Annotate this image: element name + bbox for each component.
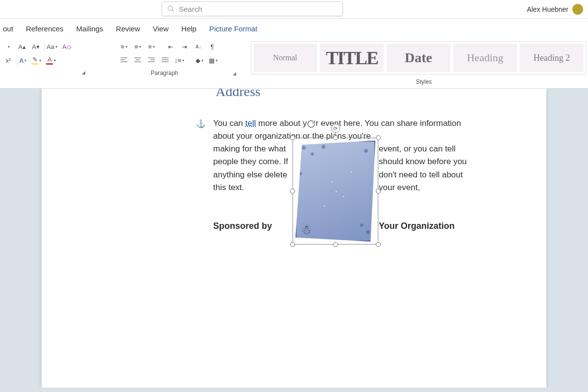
account-name[interactable]: Alex Huebner	[527, 4, 583, 15]
doc-heading-address[interactable]: Address	[216, 89, 261, 99]
ribbon: ▾ A▴ A▾ Aa▾ A◇ x² A▾ ✎▾ A▾ ◢ ≡▾ ≡▾ ≡▾	[0, 38, 588, 89]
show-pilcrow-button[interactable]: ¶	[207, 41, 218, 52]
tab-view[interactable]: View	[152, 22, 170, 36]
justify-button[interactable]	[160, 55, 171, 66]
anchor-icon: ⚓	[196, 119, 206, 128]
text-run: r event here. You can share	[316, 119, 417, 128]
text-run: more about y	[256, 119, 307, 128]
group-paragraph: ≡▾ ≡▾ ≡▾ ⇤ ⇥ A↓ ¶	[100, 41, 237, 78]
group-styles: Normal TITLE Date Heading Heading 2 ▴ ▾ …	[251, 41, 588, 87]
tab-review[interactable]: Review	[115, 22, 141, 36]
body-left-column[interactable]: making for the what people they come. If…	[213, 143, 289, 194]
resize-handle-w[interactable]	[290, 189, 295, 194]
page[interactable]: Address ⚓ You can tell more about yr eve…	[42, 89, 546, 388]
style-heading[interactable]: Heading	[453, 44, 517, 72]
font-dropdown-partial[interactable]: ▾	[3, 41, 14, 52]
align-center-icon	[134, 57, 141, 63]
paragraph-dialog-launcher[interactable]: ◢	[232, 71, 237, 76]
resize-handle-se[interactable]	[376, 242, 381, 247]
justify-icon	[162, 57, 169, 63]
bullets-button[interactable]: ≡▾	[119, 41, 129, 52]
numbering-button[interactable]: ≡▾	[132, 41, 143, 52]
document-canvas[interactable]: Address ⚓ You can tell more about yr eve…	[0, 89, 588, 388]
tab-picture-format[interactable]: Picture Format	[208, 22, 258, 36]
increase-indent-button[interactable]: ⇥	[179, 41, 190, 52]
style-normal[interactable]: Normal	[253, 44, 317, 72]
resize-handle-n[interactable]	[333, 135, 338, 140]
align-right-icon	[148, 57, 155, 63]
shading-button[interactable]: ◆▾	[194, 55, 205, 66]
change-case-button[interactable]: Aa▾	[44, 41, 58, 52]
style-date[interactable]: Date	[387, 44, 450, 72]
account-name-text: Alex Huebner	[527, 5, 568, 13]
snowman-icon: ☃	[300, 222, 312, 238]
title-bar: Search Alex Huebner	[0, 0, 588, 19]
resize-handle-e[interactable]	[376, 189, 381, 194]
resize-handle-s[interactable]	[333, 242, 338, 247]
shrink-font-button[interactable]: A▾	[30, 41, 41, 52]
align-left-button[interactable]	[119, 55, 129, 66]
text-run: You can	[213, 119, 245, 128]
resize-handle-ne[interactable]	[376, 135, 381, 140]
font-color-button[interactable]: A▾	[45, 55, 57, 66]
organization-label[interactable]: Your Organization	[379, 221, 455, 231]
tab-layout-partial[interactable]: out	[2, 22, 14, 36]
style-title[interactable]: TITLE	[320, 44, 384, 72]
style-heading2[interactable]: Heading 2	[520, 44, 584, 72]
body-right-column[interactable]: event, or you can tell should know befor…	[379, 143, 477, 194]
text-effects-button[interactable]: A▾	[17, 55, 27, 66]
svg-line-1	[172, 10, 174, 12]
rotate-cursor-icon	[307, 120, 316, 128]
svg-point-0	[168, 6, 172, 10]
sponsored-by-label[interactable]: Sponsored by	[213, 221, 272, 231]
decrease-indent-button[interactable]: ⇤	[166, 41, 176, 52]
clear-formatting-button[interactable]: A◇	[61, 41, 73, 52]
spellcheck-word[interactable]: tell	[245, 119, 256, 128]
winter-frame-image: ❄ ❄ ❄ ❄ ❄ ❄ ❄ ☃	[295, 141, 375, 242]
highlight-button[interactable]: ✎▾	[30, 55, 42, 66]
group-font: ▾ A▴ A▾ Aa▾ A◇ x² A▾ ✎▾ A▾ ◢	[3, 41, 86, 77]
tab-references[interactable]: References	[25, 22, 65, 36]
font-dialog-launcher[interactable]: ◢	[81, 70, 86, 75]
sort-button[interactable]: A↓	[193, 41, 204, 52]
multilevel-list-button[interactable]: ≡▾	[146, 41, 157, 52]
paragraph-group-label: Paragraph	[150, 70, 178, 76]
styles-group-label: Styles	[416, 78, 432, 85]
borders-button[interactable]: ▦▾	[208, 55, 219, 66]
align-right-button[interactable]	[146, 55, 157, 66]
tab-mailings[interactable]: Mailings	[75, 22, 104, 36]
tab-help[interactable]: Help	[180, 22, 197, 36]
grow-font-button[interactable]: A▴	[17, 41, 27, 52]
resize-handle-sw[interactable]	[290, 242, 295, 247]
superscript-button[interactable]: x²	[3, 55, 14, 66]
line-spacing-button[interactable]: ↕≡▾	[173, 55, 185, 66]
selected-picture[interactable]: ⟳ ❄ ❄ ❄ ❄ ❄ ❄ ❄ ☃	[293, 138, 378, 245]
search-icon	[167, 5, 175, 13]
avatar	[572, 4, 583, 15]
search-box[interactable]: Search	[162, 1, 343, 16]
styles-gallery: Normal TITLE Date Heading Heading 2	[251, 41, 586, 74]
align-center-button[interactable]	[132, 55, 143, 66]
search-placeholder: Search	[179, 5, 202, 13]
resize-handle-nw[interactable]	[290, 135, 295, 140]
ribbon-tabs: out References Mailings Review View Help…	[0, 19, 588, 38]
align-left-icon	[121, 57, 127, 63]
